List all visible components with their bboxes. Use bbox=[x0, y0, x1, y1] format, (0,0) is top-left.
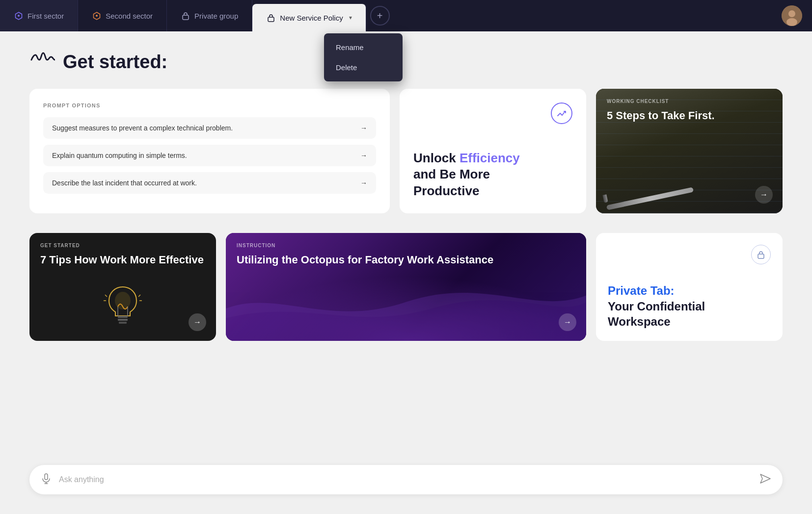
second-sector-icon bbox=[92, 11, 102, 21]
tab-second-sector-label: Second sector bbox=[106, 12, 153, 20]
working-checklist-card[interactable]: WORKING CHECKLIST 5 Steps to Take First.… bbox=[596, 89, 783, 213]
chat-input-placeholder[interactable]: Ask anything bbox=[59, 475, 760, 484]
prompt-option-1-text: Suggest measures to prevent a complex te… bbox=[52, 124, 233, 132]
private-tab-card: Private Tab: Your Confidential Workspace bbox=[596, 233, 783, 341]
prompt-option-2-text: Explain quantum computing in simple term… bbox=[52, 152, 187, 159]
delete-menu-item[interactable]: Delete bbox=[324, 57, 403, 77]
tab-private-group-label: Private group bbox=[194, 12, 238, 20]
svg-rect-9 bbox=[118, 316, 128, 318]
unlock-suffix: and Be MoreProductive bbox=[413, 167, 490, 198]
get-started-card-content: GET STARTED 7 Tips How Work More Effecti… bbox=[29, 233, 216, 277]
svg-rect-17 bbox=[758, 254, 764, 258]
main-content: Get started: PROMPT OPTIONS Suggest meas… bbox=[0, 31, 812, 514]
checklist-label: WORKING CHECKLIST bbox=[607, 99, 772, 104]
instruction-content: INSTRUCTION Utilizing the Octopus for Fa… bbox=[226, 233, 586, 277]
get-started-tips-card[interactable]: GET STARTED 7 Tips How Work More Effecti… bbox=[29, 233, 216, 341]
svg-rect-2 bbox=[183, 15, 189, 20]
svg-point-12 bbox=[115, 292, 131, 309]
prompt-option-3-text: Describe the last incident that occurred… bbox=[52, 179, 197, 187]
tab-private-group[interactable]: Private group bbox=[167, 0, 252, 31]
instruction-title: Utilizing the Octopus for Factory Work A… bbox=[237, 253, 575, 267]
prompt-option-3[interactable]: Describe the last incident that occurred… bbox=[43, 172, 376, 194]
svg-point-1 bbox=[96, 15, 98, 17]
top-cards-row: PROMPT OPTIONS Suggest measures to preve… bbox=[29, 89, 783, 223]
waveform-icon bbox=[29, 51, 55, 73]
tab-new-service-policy-label: New Service Policy bbox=[280, 14, 343, 22]
topbar: First sector Second sector Private group bbox=[0, 0, 812, 31]
svg-line-15 bbox=[138, 295, 140, 297]
private-tab-title-line1: Private Tab: bbox=[608, 284, 675, 297]
unlock-highlight: Efficiency bbox=[460, 151, 520, 165]
private-tab-lock-icon bbox=[751, 245, 771, 264]
svg-rect-11 bbox=[119, 322, 127, 324]
tab-first-sector-label: First sector bbox=[27, 12, 64, 20]
private-tab-title: Private Tab: Your Confidential Workspace bbox=[608, 283, 771, 329]
prompt-option-1[interactable]: Suggest measures to prevent a complex te… bbox=[43, 117, 376, 139]
checklist-card-content: WORKING CHECKLIST 5 Steps to Take First. bbox=[596, 89, 783, 133]
get-started-card-title: 7 Tips How Work More Effective bbox=[40, 253, 205, 267]
unlock-prefix: Unlock bbox=[413, 151, 460, 165]
tab-chevron-icon: ▾ bbox=[349, 14, 352, 21]
checklist-title: 5 Steps to Take First. bbox=[607, 109, 772, 123]
prompt-options-card: PROMPT OPTIONS Suggest measures to preve… bbox=[29, 89, 390, 213]
prompt-arrow-2-icon: → bbox=[360, 152, 367, 159]
bottom-cards-row: GET STARTED 7 Tips How Work More Effecti… bbox=[29, 233, 783, 341]
add-icon: + bbox=[377, 10, 383, 22]
unlock-efficiency-card: Unlock Efficiency and Be MoreProductive bbox=[400, 89, 586, 213]
instruction-arrow-button[interactable]: → bbox=[559, 313, 576, 331]
prompt-label: PROMPT OPTIONS bbox=[43, 103, 376, 108]
svg-rect-10 bbox=[118, 319, 128, 321]
svg-line-13 bbox=[105, 295, 107, 297]
svg-point-0 bbox=[18, 15, 20, 17]
instruction-tag: INSTRUCTION bbox=[237, 243, 575, 248]
tab-first-sector[interactable]: First sector bbox=[0, 0, 78, 31]
rename-menu-item[interactable]: Rename bbox=[324, 37, 403, 57]
bulb-illustration bbox=[29, 272, 216, 341]
new-service-policy-lock-icon bbox=[266, 13, 276, 23]
get-started-arrow-button[interactable]: → bbox=[189, 313, 206, 331]
prompt-option-2[interactable]: Explain quantum computing in simple term… bbox=[43, 145, 376, 166]
prompt-arrow-3-icon: → bbox=[360, 179, 367, 187]
svg-rect-18 bbox=[45, 474, 48, 480]
svg-rect-3 bbox=[268, 17, 274, 22]
svg-point-6 bbox=[786, 18, 797, 26]
tab-second-sector[interactable]: Second sector bbox=[78, 0, 167, 31]
microphone-icon[interactable] bbox=[41, 473, 51, 487]
unlock-efficiency-title: Unlock Efficiency and Be MoreProductive bbox=[413, 150, 572, 200]
chat-input-bar: Ask anything bbox=[29, 465, 783, 494]
tab-context-menu: Rename Delete bbox=[324, 33, 403, 81]
tab-new-service-policy[interactable]: New Service Policy ▾ bbox=[252, 4, 366, 31]
send-icon[interactable] bbox=[760, 474, 771, 486]
tabs-container: First sector Second sector Private group bbox=[0, 0, 782, 31]
get-started-tag: GET STARTED bbox=[40, 243, 205, 248]
first-sector-icon bbox=[14, 11, 24, 21]
instruction-card[interactable]: INSTRUCTION Utilizing the Octopus for Fa… bbox=[226, 233, 586, 341]
prompt-arrow-1-icon: → bbox=[360, 124, 367, 132]
page-title: Get started: bbox=[63, 51, 167, 73]
page-header: Get started: bbox=[29, 51, 783, 73]
user-avatar[interactable] bbox=[782, 5, 802, 26]
add-tab-button[interactable]: + bbox=[370, 6, 390, 26]
private-tab-title-line2: Your Confidential Workspace bbox=[608, 300, 705, 328]
private-group-lock-icon bbox=[181, 11, 190, 21]
svg-point-5 bbox=[788, 10, 795, 17]
checklist-arrow-button[interactable]: → bbox=[755, 186, 773, 204]
trend-icon bbox=[551, 103, 572, 124]
